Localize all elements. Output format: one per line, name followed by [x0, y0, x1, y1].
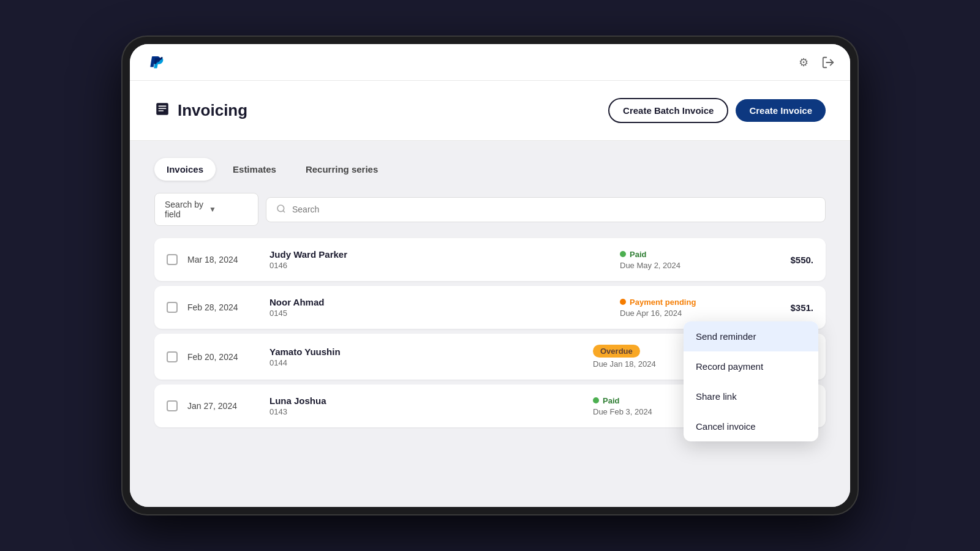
invoice-number: 0146 [270, 261, 610, 270]
due-date: Due Apr 16, 2024 [620, 309, 755, 318]
page-header: Invoicing Create Batch Invoice Create In… [130, 81, 850, 141]
paid-dot-icon [593, 397, 599, 403]
row-checkbox[interactable] [167, 302, 178, 313]
search-box [266, 197, 826, 222]
search-input[interactable] [292, 204, 815, 214]
svg-line-6 [283, 211, 285, 212]
status-label: Paid [603, 396, 619, 405]
logout-icon[interactable] [821, 55, 835, 70]
status-paid: Paid [620, 250, 755, 259]
header-buttons: Create Batch Invoice Create Invoice [608, 98, 826, 123]
tab-invoices[interactable]: Invoices [154, 158, 216, 181]
invoice-client-name: Luna Joshua [270, 395, 583, 406]
invoice-date: Feb 28, 2024 [187, 302, 255, 312]
table-row[interactable]: Mar 18, 2024 Judy Ward Parker 0146 Paid … [154, 238, 826, 281]
pending-dot-icon [620, 299, 626, 305]
tab-estimates[interactable]: Estimates [221, 158, 288, 181]
invoicing-icon [154, 101, 170, 121]
main-content: Invoices Estimates Recurring series Sear… [130, 141, 850, 507]
invoice-client-name: Noor Ahmad [270, 297, 610, 307]
device-screen: ⚙ [130, 44, 850, 507]
search-by-field-dropdown[interactable]: Search by field ▼ [154, 193, 258, 226]
invoice-client-name: Yamato Yuushin [270, 347, 583, 357]
create-batch-invoice-button[interactable]: Create Batch Invoice [608, 98, 728, 123]
invoice-number: 0144 [270, 358, 583, 367]
row-checkbox[interactable] [167, 351, 178, 362]
status-pending: Payment pending [620, 298, 755, 307]
svg-point-5 [277, 205, 284, 212]
invoice-date: Feb 20, 2024 [187, 352, 255, 362]
paypal-logo [145, 53, 164, 72]
context-menu-cancel-invoice[interactable]: Cancel invoice [684, 411, 818, 441]
row-checkbox[interactable] [167, 254, 178, 265]
tabs-section: Invoices Estimates Recurring series [130, 141, 850, 181]
context-menu-share-link[interactable]: Share link [684, 381, 818, 411]
search-icon [276, 204, 286, 216]
nav-icons: ⚙ [796, 55, 835, 70]
invoice-number: 0143 [270, 407, 583, 416]
field-select-label: Search by field [165, 200, 204, 219]
top-nav: ⚙ [130, 44, 850, 81]
status-label: Paid [630, 250, 646, 259]
status-label: Payment pending [630, 298, 696, 307]
create-invoice-button[interactable]: Create Invoice [736, 99, 826, 122]
invoice-amount: $550. [764, 255, 813, 265]
context-menu: Send reminder Record payment Share link … [684, 321, 818, 441]
invoice-status: Paid Due May 2, 2024 [620, 250, 755, 270]
invoice-details: Judy Ward Parker 0146 [270, 249, 610, 270]
context-menu-send-reminder[interactable]: Send reminder [684, 321, 818, 351]
invoice-status: Payment pending Due Apr 16, 2024 [620, 298, 755, 318]
invoice-details: Noor Ahmad 0145 [270, 297, 610, 318]
due-date: Due May 2, 2024 [620, 261, 755, 270]
svg-rect-2 [159, 105, 167, 107]
invoice-client-name: Judy Ward Parker [270, 249, 610, 260]
invoice-date: Mar 18, 2024 [187, 255, 255, 264]
tab-recurring-series[interactable]: Recurring series [293, 158, 390, 181]
invoice-details: Luna Joshua 0143 [270, 395, 583, 416]
invoice-details: Yamato Yuushin 0144 [270, 347, 583, 367]
svg-rect-4 [159, 110, 164, 111]
invoice-date: Jan 27, 2024 [187, 401, 255, 411]
settings-icon[interactable]: ⚙ [796, 55, 811, 70]
device-frame: ⚙ [123, 37, 858, 514]
chevron-down-icon: ▼ [209, 205, 248, 214]
filter-row: Search by field ▼ [130, 181, 850, 238]
row-checkbox[interactable] [167, 400, 178, 411]
invoice-number: 0145 [270, 309, 610, 318]
invoice-amount: $351. [764, 302, 813, 313]
svg-rect-3 [159, 108, 167, 109]
context-menu-record-payment[interactable]: Record payment [684, 351, 818, 381]
page-title-section: Invoicing [154, 101, 247, 121]
page-title: Invoicing [178, 101, 247, 120]
paid-dot-icon [620, 251, 626, 257]
overdue-badge: Overdue [593, 345, 640, 358]
